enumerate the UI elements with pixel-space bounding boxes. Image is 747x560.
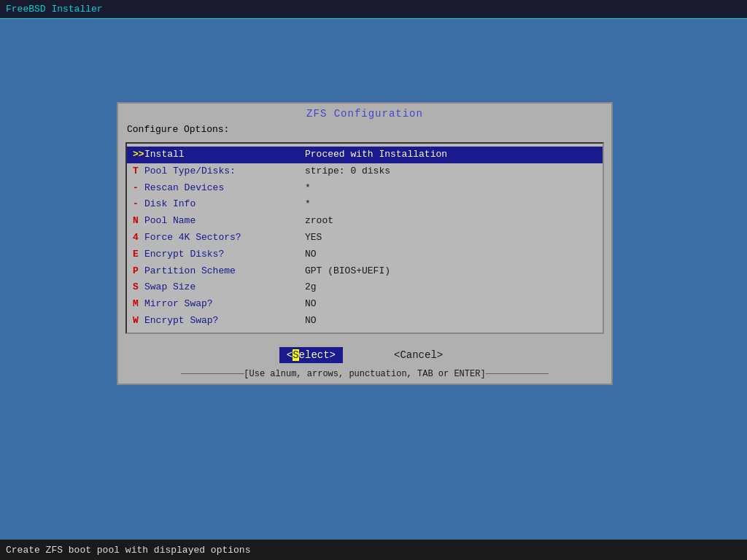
option-label: Partition Scheme xyxy=(144,264,305,279)
option-label: Disk Info xyxy=(144,197,305,212)
select-button[interactable]: <Select> xyxy=(279,347,343,363)
option-row[interactable]: M Mirror Swap?NO xyxy=(127,296,603,313)
option-label: Swap Size xyxy=(144,280,305,295)
option-key: - xyxy=(133,197,144,212)
option-value: * xyxy=(305,181,311,196)
option-row[interactable]: W Encrypt Swap?NO xyxy=(127,313,603,330)
zfs-config-dialog: ZFS Configuration Configure Options: >> … xyxy=(117,102,613,385)
dialog-title: ZFS Configuration xyxy=(118,104,611,121)
option-key: T xyxy=(133,164,144,179)
dialog-subtitle: Configure Options: xyxy=(118,121,611,139)
option-value: NO xyxy=(305,297,317,312)
option-label: Encrypt Swap? xyxy=(144,314,305,329)
option-row[interactable]: N Pool Namezroot xyxy=(127,213,603,230)
option-value: NO xyxy=(305,314,317,329)
option-value: Proceed with Installation xyxy=(305,147,447,163)
option-value: YES xyxy=(305,230,322,246)
option-row[interactable]: - Disk Info* xyxy=(127,196,603,213)
option-key: P xyxy=(133,264,144,279)
option-key: M xyxy=(133,297,144,312)
option-value: zroot xyxy=(305,214,333,229)
option-row[interactable]: S Swap Size2g xyxy=(127,279,603,296)
option-key: 4 xyxy=(133,230,144,246)
app-title: FreeBSD Installer xyxy=(6,4,103,15)
option-value: stripe: 0 disks xyxy=(305,164,390,179)
title-bar: FreeBSD Installer xyxy=(0,0,747,19)
option-key: N xyxy=(133,214,144,229)
option-row[interactable]: P Partition SchemeGPT (BIOS+UEFI) xyxy=(127,263,603,280)
option-label: Encrypt Disks? xyxy=(144,247,305,262)
options-list: >> InstallProceed with InstallationT Poo… xyxy=(125,142,604,334)
option-value: NO xyxy=(305,247,317,262)
cancel-button[interactable]: <Cancel> xyxy=(387,347,450,363)
option-row[interactable]: 4 Force 4K Sectors?YES xyxy=(127,230,603,246)
status-bar: Create ZFS boot pool with displayed opti… xyxy=(0,540,747,560)
option-label: Rescan Devices xyxy=(144,181,305,196)
option-label: Install xyxy=(144,147,305,163)
option-row[interactable]: - Rescan Devices* xyxy=(127,180,603,197)
hint-text: [Use alnum, arrows, punctuation, TAB or … xyxy=(118,369,611,384)
option-value: * xyxy=(305,197,311,212)
option-label: Mirror Swap? xyxy=(144,297,305,312)
option-label: Pool Type/Disks: xyxy=(144,164,305,179)
option-key: S xyxy=(133,280,144,295)
status-text: Create ZFS boot pool with displayed opti… xyxy=(6,545,250,556)
buttons-area: <Select><Cancel> xyxy=(118,340,611,369)
option-row[interactable]: E Encrypt Disks?NO xyxy=(127,246,603,263)
option-label: Force 4K Sectors? xyxy=(144,230,305,246)
option-row[interactable]: >> InstallProceed with Installation xyxy=(127,147,603,163)
option-key: E xyxy=(133,247,144,262)
option-key: - xyxy=(133,181,144,196)
option-key: W xyxy=(133,314,144,329)
option-key: >> xyxy=(133,147,144,163)
option-value: GPT (BIOS+UEFI) xyxy=(305,264,390,279)
option-row[interactable]: T Pool Type/Disks:stripe: 0 disks xyxy=(127,163,603,180)
option-value: 2g xyxy=(305,280,317,295)
option-label: Pool Name xyxy=(144,214,305,229)
